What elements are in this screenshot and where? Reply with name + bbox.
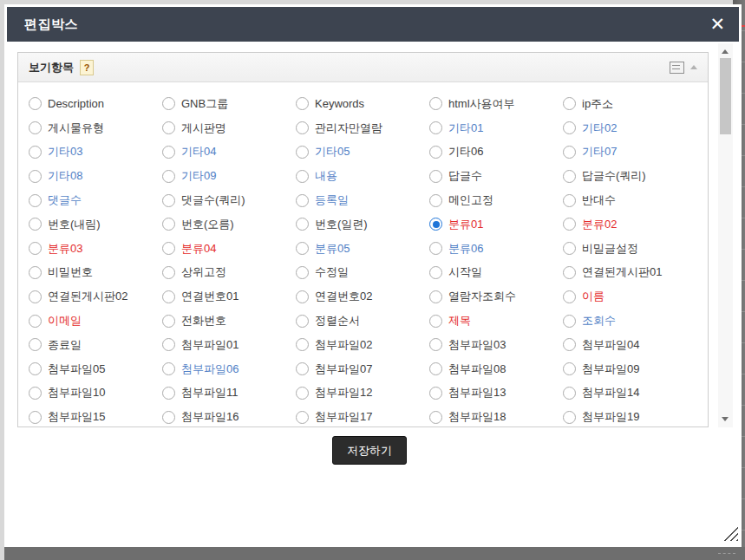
view-item-option[interactable]: 종료일 xyxy=(29,333,162,357)
view-item-option[interactable]: 첨부파일03 xyxy=(429,333,563,357)
radio-input[interactable] xyxy=(563,411,576,424)
radio-input[interactable] xyxy=(296,146,309,159)
scroll-down-icon[interactable] xyxy=(722,417,729,421)
radio-input[interactable] xyxy=(429,290,442,303)
view-item-option[interactable]: 기타04 xyxy=(162,140,296,165)
view-item-option[interactable]: 첨부파일19 xyxy=(563,405,696,427)
view-item-option[interactable]: 번호(일련) xyxy=(296,212,429,237)
radio-input[interactable] xyxy=(162,121,175,134)
view-item-option[interactable]: 비밀번호 xyxy=(29,261,162,285)
radio-input[interactable] xyxy=(429,338,442,351)
view-item-option[interactable]: 첨부파일02 xyxy=(296,333,429,357)
view-item-option[interactable]: 분류06 xyxy=(429,237,563,261)
radio-input[interactable] xyxy=(29,194,42,207)
view-item-option[interactable]: 첨부파일09 xyxy=(563,357,696,381)
view-item-option[interactable]: 첨부파일14 xyxy=(563,381,696,406)
radio-input[interactable] xyxy=(296,387,309,400)
view-item-option[interactable]: 분류03 xyxy=(29,237,162,261)
view-item-option[interactable]: 기타02 xyxy=(563,116,696,140)
view-item-option[interactable]: 이메일 xyxy=(29,309,162,333)
radio-input[interactable] xyxy=(429,194,442,207)
view-item-option[interactable]: 첨부파일05 xyxy=(29,357,162,381)
view-item-option[interactable]: 수정일 xyxy=(296,261,429,285)
radio-input[interactable] xyxy=(296,242,309,255)
radio-input[interactable] xyxy=(429,121,442,134)
radio-input[interactable] xyxy=(563,362,576,375)
radio-input[interactable] xyxy=(162,338,175,351)
scroll-up-icon[interactable] xyxy=(722,49,729,54)
radio-input[interactable] xyxy=(296,315,309,328)
view-item-option[interactable]: 게시물유형 xyxy=(29,116,162,140)
view-item-option[interactable]: 열람자조회수 xyxy=(429,284,563,309)
save-button[interactable]: 저장하기 xyxy=(332,436,407,465)
view-item-option[interactable]: 기타09 xyxy=(162,164,296,188)
radio-input[interactable] xyxy=(162,218,175,231)
view-item-option[interactable]: 내용 xyxy=(296,164,429,188)
radio-input[interactable] xyxy=(429,242,442,255)
radio-input[interactable] xyxy=(563,170,576,183)
radio-input[interactable] xyxy=(429,362,442,375)
view-item-option[interactable]: 첨부파일17 xyxy=(296,405,429,427)
radio-input[interactable] xyxy=(296,218,309,231)
view-item-option[interactable]: 첨부파일08 xyxy=(429,357,563,381)
radio-input[interactable] xyxy=(563,97,576,110)
view-item-option[interactable]: 첨부파일06 xyxy=(162,357,296,381)
radio-input[interactable] xyxy=(162,387,175,400)
radio-input[interactable] xyxy=(296,121,309,134)
radio-input[interactable] xyxy=(162,290,175,303)
view-item-option[interactable]: 연결된게시판01 xyxy=(563,261,696,285)
radio-input[interactable] xyxy=(29,315,42,328)
radio-input[interactable] xyxy=(429,387,442,400)
view-item-option[interactable]: 분류02 xyxy=(563,212,696,237)
view-item-option[interactable]: 게시판명 xyxy=(162,116,296,140)
view-item-option[interactable]: 번호(오름) xyxy=(162,212,296,237)
radio-input[interactable] xyxy=(296,362,309,375)
radio-input-checked[interactable] xyxy=(429,218,442,231)
view-item-option[interactable]: 첨부파일04 xyxy=(563,333,696,357)
radio-input[interactable] xyxy=(296,266,309,279)
view-item-option[interactable]: 시작일 xyxy=(429,261,563,285)
view-item-option[interactable]: 기타06 xyxy=(429,140,563,165)
radio-input[interactable] xyxy=(162,194,175,207)
radio-input[interactable] xyxy=(429,266,442,279)
view-item-option[interactable]: 이름 xyxy=(563,284,696,309)
radio-input[interactable] xyxy=(429,146,442,159)
view-item-option[interactable]: 첨부파일13 xyxy=(429,381,563,406)
view-item-option[interactable]: 답글수 xyxy=(429,164,563,188)
view-item-option[interactable]: 첨부파일18 xyxy=(429,405,563,427)
radio-input[interactable] xyxy=(429,97,442,110)
radio-input[interactable] xyxy=(29,170,42,183)
radio-input[interactable] xyxy=(563,266,576,279)
view-item-option[interactable]: 첨부파일16 xyxy=(162,405,296,427)
radio-input[interactable] xyxy=(29,338,42,351)
radio-input[interactable] xyxy=(162,170,175,183)
view-item-option[interactable]: 첨부파일10 xyxy=(29,381,162,406)
radio-input[interactable] xyxy=(29,387,42,400)
view-item-option[interactable]: 분류05 xyxy=(296,237,429,261)
view-item-option[interactable]: Description xyxy=(29,92,162,116)
radio-input[interactable] xyxy=(29,290,42,303)
radio-input[interactable] xyxy=(162,266,175,279)
radio-input[interactable] xyxy=(162,411,175,424)
radio-input[interactable] xyxy=(29,242,42,255)
view-item-option[interactable]: Keywords xyxy=(296,92,429,116)
view-item-option[interactable]: 분류01 xyxy=(429,212,563,237)
content-scrollbar[interactable] xyxy=(718,43,733,427)
view-item-option[interactable]: 첨부파일07 xyxy=(296,357,429,381)
radio-input[interactable] xyxy=(296,338,309,351)
radio-input[interactable] xyxy=(162,242,175,255)
view-item-option[interactable]: 관리자만열람 xyxy=(296,116,429,140)
view-item-option[interactable]: 기타01 xyxy=(429,116,563,140)
view-item-option[interactable]: 기타08 xyxy=(29,164,162,188)
view-item-option[interactable]: 비밀글설정 xyxy=(563,237,696,261)
view-item-option[interactable]: 번호(내림) xyxy=(29,212,162,237)
radio-input[interactable] xyxy=(29,146,42,159)
view-item-option[interactable]: GNB그룹 xyxy=(162,92,296,116)
radio-input[interactable] xyxy=(296,170,309,183)
radio-input[interactable] xyxy=(162,315,175,328)
radio-input[interactable] xyxy=(563,315,576,328)
view-item-option[interactable]: 답글수(쿼리) xyxy=(563,164,696,188)
view-item-option[interactable]: 첨부파일11 xyxy=(162,381,296,406)
radio-input[interactable] xyxy=(563,121,576,134)
collapse-up-icon[interactable] xyxy=(690,65,697,69)
